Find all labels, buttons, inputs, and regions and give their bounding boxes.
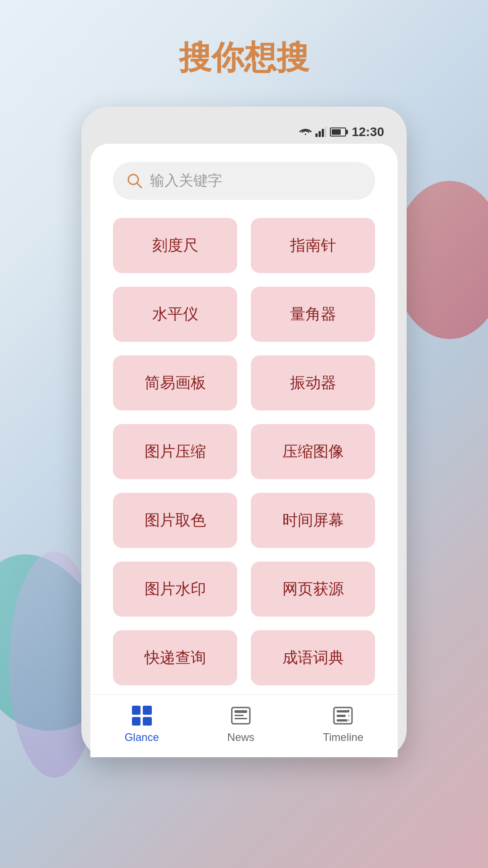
status-time: 12:30 bbox=[352, 125, 384, 139]
svg-rect-1 bbox=[319, 131, 321, 137]
tool-btn-ruler[interactable]: 刻度尺 bbox=[113, 218, 237, 273]
phone-frame: 12:30 输入关键字 刻度尺指南针水平仪量角器简易画板振动器图片压缩压缩图像图… bbox=[81, 107, 407, 757]
nav-item-glance[interactable]: Glance bbox=[107, 704, 177, 744]
tools-grid: 刻度尺指南针水平仪量角器简易画板振动器图片压缩压缩图像图片取色时间屏幕图片水印网… bbox=[113, 218, 375, 694]
nav-label-news: News bbox=[227, 731, 254, 744]
bottom-nav: Glance News bbox=[90, 694, 398, 757]
svg-rect-7 bbox=[235, 710, 247, 713]
tool-btn-vibrator[interactable]: 振动器 bbox=[251, 355, 375, 410]
svg-rect-12 bbox=[337, 715, 346, 717]
tool-btn-idiom[interactable]: 成语词典 bbox=[251, 630, 375, 685]
svg-rect-13 bbox=[337, 719, 347, 722]
search-bar[interactable]: 输入关键字 bbox=[113, 162, 375, 200]
glance-icon bbox=[130, 704, 154, 727]
status-icons bbox=[299, 127, 346, 137]
tool-btn-level[interactable]: 水平仪 bbox=[113, 287, 237, 342]
tool-btn-watermark[interactable]: 图片水印 bbox=[113, 561, 237, 617]
page-title: 搜你想搜 bbox=[179, 36, 309, 80]
tool-btn-img-compress[interactable]: 图片压缩 bbox=[113, 424, 237, 479]
bg-shape-pink bbox=[393, 181, 488, 339]
tool-btn-protractor[interactable]: 量角器 bbox=[251, 287, 375, 342]
status-bar: 12:30 bbox=[90, 120, 398, 144]
search-icon bbox=[127, 173, 143, 189]
nav-item-timeline[interactable]: Timeline bbox=[305, 704, 382, 744]
wifi-icon bbox=[299, 127, 312, 137]
tool-btn-web-source[interactable]: 网页获源 bbox=[251, 561, 375, 617]
tool-btn-time-screen[interactable]: 时间屏幕 bbox=[251, 493, 375, 548]
nav-label-glance: Glance bbox=[125, 731, 159, 744]
tool-btn-color-picker[interactable]: 图片取色 bbox=[113, 493, 237, 548]
svg-rect-8 bbox=[235, 715, 244, 716]
nav-item-news[interactable]: News bbox=[209, 704, 272, 744]
timeline-icon-svg bbox=[332, 706, 354, 726]
signal-icon bbox=[315, 127, 326, 137]
tool-btn-compass[interactable]: 指南针 bbox=[251, 218, 375, 273]
timeline-icon bbox=[331, 704, 355, 727]
tool-btn-compress-image[interactable]: 压缩图像 bbox=[251, 424, 375, 479]
tool-btn-express[interactable]: 快递查询 bbox=[113, 630, 237, 685]
news-icon bbox=[229, 704, 253, 727]
svg-rect-0 bbox=[315, 133, 318, 137]
svg-rect-2 bbox=[322, 129, 324, 137]
battery-icon bbox=[330, 127, 346, 137]
nav-label-timeline: Timeline bbox=[323, 731, 364, 744]
svg-rect-3 bbox=[325, 127, 326, 137]
news-icon-svg bbox=[230, 706, 252, 726]
search-placeholder: 输入关键字 bbox=[150, 171, 222, 191]
tool-btn-draw[interactable]: 简易画板 bbox=[113, 355, 237, 410]
svg-rect-9 bbox=[235, 718, 247, 719]
phone-content: 输入关键字 刻度尺指南针水平仪量角器简易画板振动器图片压缩压缩图像图片取色时间屏… bbox=[90, 144, 398, 694]
svg-rect-11 bbox=[337, 710, 349, 712]
svg-line-5 bbox=[137, 183, 141, 188]
